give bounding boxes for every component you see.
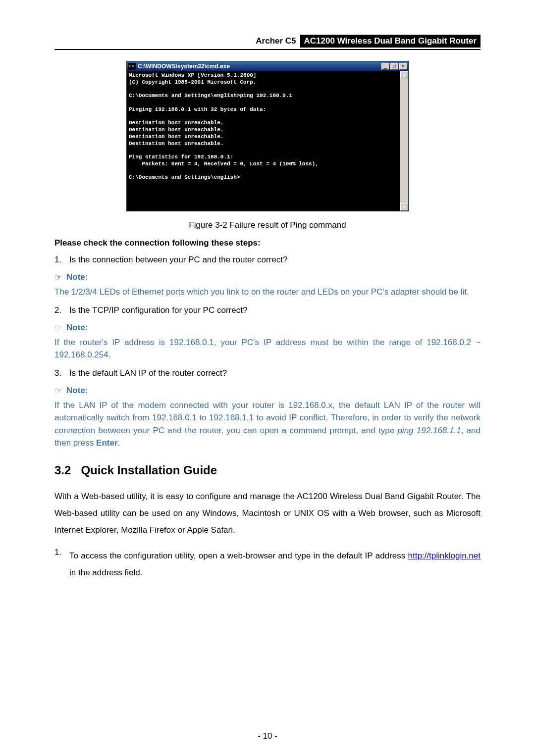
minimize-button[interactable]: _ (381, 63, 389, 70)
section-para: With a Web-based utility, it is easy to … (54, 488, 481, 539)
cmd-titlebar: cv C:\WINDOWS\system32\cmd.exe _ □ × (127, 61, 408, 71)
note-body-3: If the LAN IP of the modem connected wit… (54, 399, 481, 450)
section-heading: 3.2Quick Installation Guide (54, 463, 481, 477)
step-2-text: Is the TCP/IP configuration for your PC … (69, 305, 481, 315)
note-icon: ☞ (54, 272, 62, 283)
step-1-num: 1. (54, 255, 69, 265)
close-button[interactable]: × (399, 63, 407, 70)
step-3-text: Is the default LAN IP of the router corr… (69, 368, 481, 378)
step-1: 1. Is the connection between your PC and… (54, 255, 481, 265)
step-1-text: Is the connection between your PC and th… (69, 255, 481, 265)
config-text: To access the configuration utility, ope… (69, 548, 481, 581)
cmd-body-wrap: Microsoft Windows XP [Version 5.1.2600] … (127, 71, 408, 211)
figure-caption: Figure 3-2 Failure result of Ping comman… (54, 220, 481, 230)
config-url-link[interactable]: http://tplinklogin.net (408, 551, 481, 560)
step-2: 2. Is the TCP/IP configuration for your … (54, 305, 481, 315)
config-num: 1. (54, 548, 69, 581)
note3-bold: Enter (96, 438, 117, 448)
section-title: Quick Installation Guide (81, 463, 217, 477)
header-model: Archer C5 (252, 35, 300, 48)
config-step-1: 1. To access the configuration utility, … (54, 548, 481, 581)
cmd-window-buttons: _ □ × (381, 63, 407, 70)
note-icon: ☞ (54, 385, 62, 396)
note-header-2: ☞ Note: (54, 322, 481, 333)
note-icon: ☞ (54, 322, 62, 333)
cmd-output: Microsoft Windows XP [Version 5.1.2600] … (127, 71, 400, 211)
config-text-2: in the address field. (69, 568, 142, 577)
step-3-num: 3. (54, 368, 69, 378)
config-text-1: To access the configuration utility, ope… (69, 551, 408, 560)
step-3: 3. Is the default LAN IP of the router c… (54, 368, 481, 378)
note3-text-3: . (118, 438, 120, 448)
note-label: Note: (66, 386, 88, 396)
page-header: Archer C5AC1200 Wireless Dual Band Gigab… (54, 35, 481, 48)
note-body-2: If the router's IP address is 192.168.0.… (54, 336, 481, 361)
page-number: - 10 - (0, 731, 535, 741)
section-num: 3.2 (54, 463, 71, 477)
maximize-button[interactable]: □ (390, 63, 398, 70)
cmd-window: cv C:\WINDOWS\system32\cmd.exe _ □ × Mic… (126, 61, 409, 211)
cmd-app-icon: cv (128, 63, 136, 70)
scroll-down-button[interactable]: ▾ (400, 203, 408, 211)
cmd-title: C:\WINDOWS\system32\cmd.exe (138, 63, 381, 70)
header-product: AC1200 Wireless Dual Band Gigabit Router (300, 35, 481, 48)
note-header-3: ☞ Note: (54, 385, 481, 396)
note-label: Note: (66, 272, 88, 282)
note3-italic: ping 192.168.1.1 (397, 426, 461, 435)
note-header-1: ☞ Note: (54, 272, 481, 283)
steps-intro: Please check the connection following th… (54, 238, 481, 248)
step-2-num: 2. (54, 305, 69, 315)
note-label: Note: (66, 323, 88, 333)
cmd-scrollbar[interactable]: ▴ ▾ (400, 71, 408, 211)
note-body-1: The 1/2/3/4 LEDs of Ethernet ports which… (54, 286, 481, 299)
scroll-up-button[interactable]: ▴ (400, 71, 408, 79)
header-underline (54, 49, 481, 50)
